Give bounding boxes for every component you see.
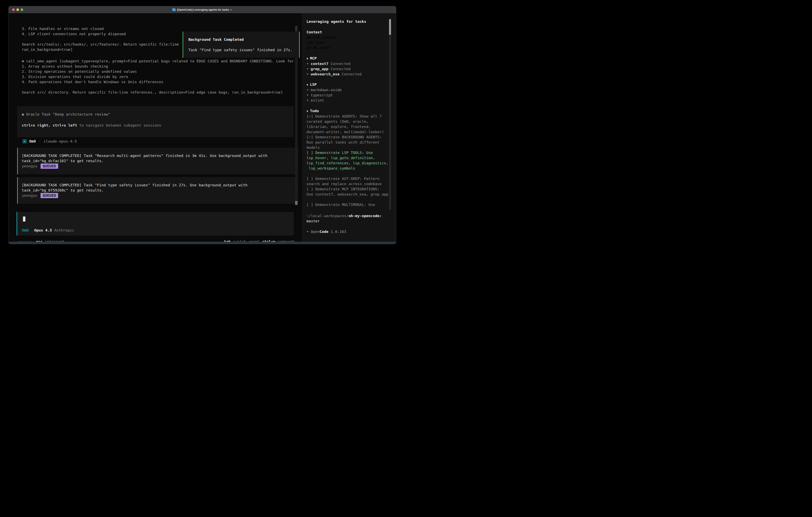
session-sidebar: Leveraging agents for tasks Context 66,5… — [302, 13, 396, 242]
todo-item: lsp_find_references, lsp_diagnostics, — [307, 161, 388, 166]
fisheye-icon: ◉ — [22, 112, 24, 116]
status-dot-icon: • — [307, 98, 309, 102]
text-line — [22, 85, 294, 90]
mcp-heading[interactable]: ▼MCP — [307, 56, 388, 61]
mcp-item: •context7 Connected — [307, 61, 388, 66]
text-line: run_in_background=true] — [22, 47, 179, 52]
todo-item — [307, 171, 388, 176]
status-badge: QUEUED — [40, 193, 58, 198]
message-author: yeongyu — [22, 164, 37, 169]
todo-item: lsp_workspace_symbols — [307, 166, 388, 171]
session-title: Leveraging agents for tasks — [307, 19, 388, 24]
todo-item: [✓] Demonstrate BACKGROUND AGENTS: — [307, 135, 388, 140]
window-title-text: [OpenCode] Leveraging agents for tasks — [177, 7, 229, 12]
context-section: Context 66,518 tokens33% used$0.46 spent — [307, 30, 388, 50]
chat-scrollbar-thumb[interactable] — [295, 201, 297, 205]
sidebar-scrollbar[interactable] — [389, 19, 391, 210]
window-title: [OpenCode] Leveraging agents for tasks ◐ — [8, 6, 396, 13]
text-line: 33% used — [307, 40, 388, 45]
chat-main: 3. File handles or streams not closed4. … — [8, 13, 302, 242]
todo-item: [✓] Demonstrate AGENTS: Show all 7 — [307, 114, 388, 119]
opencode-window: [OpenCode] Leveraging agents for tasks ◐… — [8, 6, 396, 244]
esc-key-hint: esc — [36, 240, 42, 242]
mcp-section: ▼MCP •context7 Connected •grep_app Conne… — [307, 56, 388, 77]
todo-item: Run parallel tasks with different — [307, 140, 388, 145]
esc-key-label: interrupt — [45, 240, 65, 242]
status-bar: esc interrupt tab switch agent ctrl+p co… — [18, 239, 295, 242]
message-author: yeongyu — [22, 193, 37, 198]
text-line: 2. String operations on potentially unde… — [22, 69, 294, 74]
lsp-item: •eslint — [307, 98, 388, 103]
toast-title: Background Task Completed — [188, 37, 297, 42]
oracle-task-panel[interactable]: ◉ Oracle Task "Deep architecture review"… — [17, 106, 294, 137]
text-line: 4. Path operations that don't handle Win… — [22, 79, 294, 85]
todo-heading[interactable]: ▼Todo — [307, 108, 388, 114]
workspace-dir-prefix: ~/local-workspaces/ — [307, 214, 348, 218]
tab-key-label: switch agent — [233, 240, 259, 242]
background-task-toast[interactable]: Background Task Completed Task "Find typ… — [183, 32, 300, 58]
title-progress-icon: ◐ — [231, 7, 232, 12]
git-branch: master — [307, 219, 388, 224]
text-line: 3. File handles or streams not closed — [22, 26, 179, 31]
window-titlebar[interactable]: [OpenCode] Leveraging agents for tasks ◐ — [8, 6, 396, 13]
todo-item — [307, 197, 388, 202]
agent-separator: · — [38, 139, 41, 144]
todo-item: [ ] Demonstrate AST-GREP: Pattern — [307, 176, 388, 181]
todo-item: [ ] Demonstrate MULTIMODAL: Use — [307, 202, 388, 207]
oracle-task-hint: ctrl+x right, ctrl+x left to navigate be… — [22, 123, 161, 128]
status-dot-icon: • — [307, 93, 309, 97]
todo-item: document-writer, multimodal-looker) — [307, 129, 388, 135]
mcp-item: •websearch_exa Connected — [307, 72, 388, 77]
status-dot-icon: • — [307, 72, 309, 76]
prompt-input[interactable]: OmO Opus 4.5 Anthropic — [17, 212, 294, 236]
screen: [OpenCode] Leveraging agents for tasks ◐… — [0, 0, 406, 258]
workspace-dir-name: oh-my-opencode: — [348, 214, 382, 218]
todo-item: models — [307, 145, 388, 150]
agent-name: OmO — [29, 139, 36, 144]
background-task-message[interactable]: [BACKGROUND TASK COMPLETED] Task "Find t… — [17, 177, 298, 204]
sidebar-scrollbar-thumb[interactable] — [389, 19, 391, 35]
toast-body: Task "Find type safety issues" finished … — [188, 47, 297, 53]
text-line: 3. Division operations that could divide… — [22, 74, 294, 79]
input-provider-label: Anthropic — [54, 228, 74, 233]
input-agent-label: OmO — [22, 228, 29, 233]
folder-icon — [172, 8, 176, 11]
text-line: Search src/ directory. Return specific f… — [22, 90, 294, 95]
status-dot-icon: • — [307, 229, 309, 234]
message-line: task_id="bg_6f59260c" to get results. — [22, 188, 298, 193]
input-footer: OmO Opus 4.5 Anthropic — [22, 228, 74, 233]
lsp-section: ▼LSP •markdown-oxide •typescript •eslint — [307, 82, 388, 103]
agent-header: OmO · claude-opus-4-5 — [23, 139, 77, 144]
workspace-path: ~/local-workspaces/oh-my-opencode: maste… — [307, 213, 388, 224]
todo-lines: [✓] Demonstrate AGENTS: Show all 7curate… — [307, 114, 388, 207]
omo-agent-icon — [23, 140, 26, 143]
todo-item: [ ] Demonstrate MCP INTEGRATIONS: — [307, 187, 388, 192]
text-line: 1. Array access without bounds checking — [22, 64, 294, 69]
input-model-label: Opus 4.5 — [34, 228, 52, 233]
tab-key-hint: tab — [224, 240, 231, 242]
todo-item: Use context7, websearch_exa, grep_app — [307, 192, 388, 197]
collapse-triangle-icon: ▼ — [307, 83, 308, 86]
assistant-message-text: 3. File handles or streams not closed4. … — [22, 26, 179, 52]
chat-scrollbar-top-thumb[interactable] — [295, 26, 297, 31]
message-line: task_id="bg_dcfac161" to get results. — [22, 158, 298, 164]
window-bottom-bar — [8, 242, 396, 244]
mcp-item: •grep_app Connected — [307, 66, 388, 72]
collapse-triangle-icon: ▼ — [307, 110, 308, 113]
lsp-heading[interactable]: ▼LSP — [307, 82, 388, 87]
background-task-message[interactable]: [BACKGROUND TASK COMPLETED] Task "Resear… — [17, 148, 298, 174]
status-dot-icon: • — [307, 61, 309, 66]
todo-item: search and replace across codebase — [307, 181, 388, 187]
todo-item: lsp_hover, lsp_goto_definition, — [307, 155, 388, 161]
tool-call-block: ⚙ call_omo_agent [subagent_type=explore,… — [22, 59, 294, 95]
ctrlp-key-label: commands — [278, 240, 295, 242]
text-line: Search src/tools/, src/hooks/, src/featu… — [22, 42, 179, 47]
collapse-triangle-icon: ▼ — [307, 57, 308, 60]
tool-call-rest: 1. Array access without bounds checking2… — [22, 64, 294, 95]
app-version: •OpenCode 1.0.163 — [307, 229, 388, 234]
todo-item: librarian, explore, frontend, — [307, 124, 388, 129]
todo-item: curated agents (OmO, oracle, — [307, 119, 388, 124]
message-line: [BACKGROUND TASK COMPLETED] Task "Find t… — [22, 183, 298, 188]
text-line: 66,518 tokens — [307, 35, 388, 40]
agent-model: claude-opus-4-5 — [44, 139, 77, 144]
